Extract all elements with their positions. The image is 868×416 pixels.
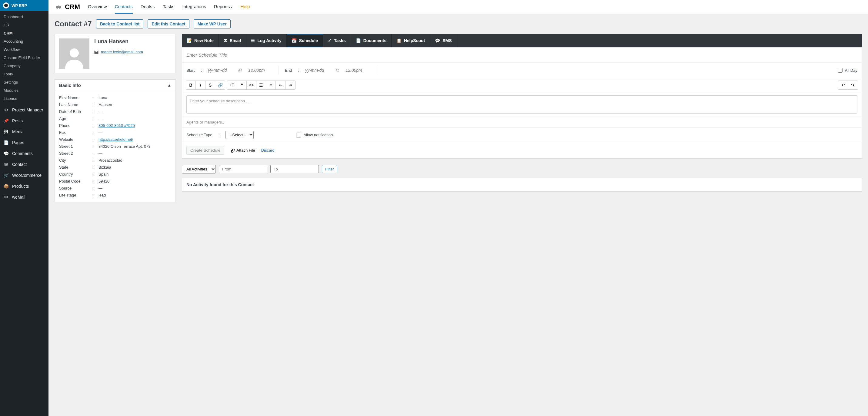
- activity-filter-select[interactable]: All Activities: [182, 165, 216, 173]
- sidebar-sub-item[interactable]: Custom Field Builder: [0, 54, 49, 62]
- sidebar-sub-item[interactable]: License: [0, 95, 49, 103]
- sidebar-sub-item[interactable]: Dashboard: [0, 13, 49, 21]
- schedule-description-input[interactable]: Enter your schedule description .....: [186, 95, 858, 113]
- italic-button[interactable]: I: [196, 81, 206, 89]
- quote-button[interactable]: ❝: [237, 81, 247, 89]
- bullet-list-button[interactable]: ☰: [256, 81, 266, 89]
- end-date-input[interactable]: [305, 68, 330, 73]
- sidebar-sub-item[interactable]: Settings: [0, 78, 49, 86]
- topnav-tab[interactable]: Integrations: [182, 0, 206, 13]
- module-topbar: CRM OverviewContactsDeals▾TasksIntegrati…: [49, 0, 868, 14]
- end-time-input[interactable]: [345, 68, 370, 73]
- all-day-checkbox[interactable]: [838, 68, 842, 73]
- start-time-input[interactable]: [248, 68, 273, 73]
- bold-button[interactable]: B: [186, 81, 196, 89]
- chevron-down-icon: ▾: [231, 5, 232, 9]
- contact-email-link[interactable]: mante.lexie@gmail.com: [101, 50, 143, 54]
- contact-name: Luna Hansen: [94, 38, 143, 45]
- allow-notification-toggle[interactable]: Allow notification: [296, 133, 333, 137]
- sidebar-main-item[interactable]: 💬Comments: [0, 148, 49, 159]
- topnav-tab[interactable]: Reports▾: [214, 0, 233, 13]
- sidebar-main-item[interactable]: 📄Pages: [0, 137, 49, 148]
- collapse-icon[interactable]: ▲: [167, 83, 171, 88]
- basic-info-body: First Name:LunaLast Name:HansenDate of B…: [55, 91, 176, 202]
- sidebar-main-item[interactable]: 📌Posts: [0, 115, 49, 126]
- strike-button[interactable]: S: [206, 81, 215, 89]
- topnav-tab[interactable]: Deals▾: [141, 0, 155, 13]
- tab-icon: 📅: [291, 38, 297, 43]
- at-symbol: @: [336, 68, 339, 73]
- topnav-tab[interactable]: Help: [240, 0, 250, 13]
- sidebar-main-item[interactable]: ⚙Project Manager: [0, 104, 49, 115]
- info-label: Street 2: [59, 151, 92, 155]
- activity-tab[interactable]: ✉Email: [219, 34, 246, 47]
- sidebar-brand[interactable]: WP ERP: [0, 0, 49, 11]
- filter-from-input[interactable]: [219, 165, 267, 173]
- filter-button[interactable]: Filter: [322, 165, 337, 173]
- sidebar-sub-item[interactable]: Modules: [0, 86, 49, 95]
- heading-button[interactable]: TT: [227, 81, 237, 89]
- schedule-type-select[interactable]: --Select--: [225, 131, 254, 139]
- start-date-input[interactable]: [208, 68, 232, 73]
- menu-icon: 📦: [3, 183, 9, 189]
- basic-info-panel: Basic Info ▲ First Name:LunaLast Name:Ha…: [55, 79, 176, 202]
- attach-file-button[interactable]: Attach File: [230, 148, 255, 152]
- sidebar-sub-item[interactable]: Company: [0, 62, 49, 70]
- undo-button[interactable]: ↶: [838, 81, 848, 89]
- sidebar-sub-item[interactable]: Accounting: [0, 37, 49, 45]
- topnav-tab[interactable]: Contacts: [115, 0, 133, 13]
- schedule-title-input[interactable]: [186, 50, 858, 59]
- content-columns: Luna Hansen mante.lexie@gmail.com Basic …: [49, 34, 868, 214]
- activity-tab[interactable]: 📅Schedule: [287, 34, 323, 47]
- info-row: Phone:805-602-8510 x7525: [59, 122, 171, 129]
- outdent-button[interactable]: ⇤: [276, 81, 285, 89]
- redo-button[interactable]: ↷: [848, 81, 858, 89]
- create-schedule-button[interactable]: Create Schedule: [186, 146, 224, 155]
- tab-icon: 💬: [435, 38, 440, 43]
- allow-notification-checkbox[interactable]: [296, 133, 301, 137]
- activity-tab[interactable]: ☰Log Activity: [246, 34, 287, 47]
- filter-to-input[interactable]: [270, 165, 319, 173]
- discard-button[interactable]: Discard: [261, 148, 275, 152]
- activity-tab[interactable]: ✓Tasks: [323, 34, 351, 47]
- attach-file-label: Attach File: [237, 148, 255, 152]
- menu-label: weMail: [12, 195, 26, 200]
- allow-notification-label: Allow notification: [303, 133, 333, 137]
- number-list-button[interactable]: ≡: [266, 81, 276, 89]
- tab-icon: 📄: [356, 38, 361, 43]
- make-wp-user-button[interactable]: Make WP User: [194, 20, 230, 29]
- menu-icon: ✉: [3, 161, 9, 167]
- activity-tab[interactable]: 📄Documents: [351, 34, 392, 47]
- sidebar-sub-item[interactable]: Tools: [0, 70, 49, 78]
- back-to-list-button[interactable]: Back to Contact list: [96, 20, 144, 29]
- info-link[interactable]: http://satterfield.net/: [98, 137, 133, 142]
- sidebar-main-item[interactable]: ✉weMail: [0, 192, 49, 203]
- edit-contact-button[interactable]: Edit this Contact: [148, 20, 189, 29]
- indent-button[interactable]: ⇥: [285, 81, 295, 89]
- sidebar-main-item[interactable]: ✉Contact: [0, 159, 49, 170]
- topnav-tab[interactable]: Tasks: [163, 0, 174, 13]
- info-row: First Name:Luna: [59, 94, 171, 101]
- menu-label: Comments: [12, 151, 33, 156]
- sidebar-main-item[interactable]: 📦Products: [0, 181, 49, 192]
- sidebar-sub-item[interactable]: Workflow: [0, 45, 49, 54]
- sidebar-main-item[interactable]: 🛒WooCommerce: [0, 170, 49, 181]
- menu-label: WooCommerce: [12, 173, 41, 178]
- activity-tab[interactable]: 💬SMS: [430, 34, 457, 47]
- menu-icon: 📄: [3, 140, 9, 146]
- no-activity-message: No Activity found for this Contact: [182, 178, 862, 192]
- activity-tab[interactable]: 📝New Note: [182, 34, 219, 47]
- activity-tab[interactable]: 📋HelpScout: [392, 34, 430, 47]
- link-button[interactable]: 🔗: [215, 81, 225, 89]
- module-brand[interactable]: CRM: [55, 3, 80, 11]
- sidebar-main-item[interactable]: 🖼Media: [0, 126, 49, 137]
- agents-input[interactable]: Agents or managers..: [182, 116, 862, 128]
- all-day-toggle[interactable]: All Day: [838, 68, 858, 73]
- sidebar-sub-item[interactable]: HR: [0, 21, 49, 29]
- sidebar-sub-item[interactable]: CRM: [0, 29, 49, 37]
- info-link[interactable]: 805-602-8510 x7525: [98, 123, 135, 128]
- topnav-tab[interactable]: Overview: [88, 0, 107, 13]
- code-button[interactable]: <>: [247, 81, 256, 89]
- sidebar-submenu: DashboardHRCRMAccountingWorkflowCustom F…: [0, 11, 49, 104]
- info-row: Website:http://satterfield.net/: [59, 136, 171, 143]
